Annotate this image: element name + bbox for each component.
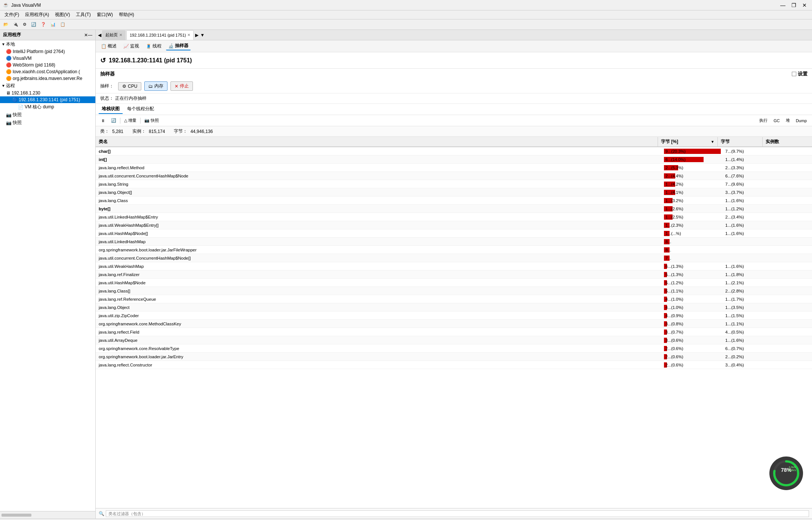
tab-item[interactable]: 192.168.1.230:1141 (pid 1751)✕ xyxy=(126,30,194,40)
table-row[interactable]: java.lang.Object[] 1...(4.1%) 3...(3.7%) xyxy=(96,188,812,196)
table-row[interactable]: java.util.concurrent.ConcurrentHashMap$N… xyxy=(96,254,812,262)
sidebar-close-btn[interactable]: ✕ xyxy=(84,32,88,38)
table-row[interactable]: org.springframework.core.ResolvableType … xyxy=(96,344,812,353)
delta-btn[interactable]: △ 增量 xyxy=(122,117,139,124)
close-button[interactable]: ✕ xyxy=(800,1,809,9)
td-bytes: 2...(2.8%) xyxy=(722,288,767,294)
menu-item-T[interactable]: 工具(T) xyxy=(73,11,93,19)
action-right-btn-Dump[interactable]: Dump xyxy=(794,117,809,124)
tab-close-btn[interactable]: ✕ xyxy=(187,33,190,37)
table-row[interactable]: java.util.concurrent.ConcurrentHashMap$N… xyxy=(96,172,812,180)
minimize-button[interactable]: — xyxy=(778,1,788,9)
toolbar-btn-1[interactable]: 📂 xyxy=(1,21,10,28)
tree-item[interactable]: 🔴IntelliJ Platform (pid 2764) xyxy=(0,48,95,55)
toolbar-btn-2[interactable]: 🔌 xyxy=(11,21,20,28)
toolbar-btn-6[interactable]: 📊 xyxy=(49,21,58,28)
filter-input[interactable] xyxy=(106,510,809,517)
menu-item-F[interactable]: 文件(F) xyxy=(1,11,22,19)
stop-btn[interactable]: ✕ 停止 xyxy=(170,81,193,91)
table-row[interactable]: java.lang.Class 1...(3.2%) 1...(1.6%) xyxy=(96,196,812,205)
table-row[interactable]: java.util.LinkedHashMap$Entry 1...(2.5%)… xyxy=(96,213,812,221)
tree-item[interactable]: 📷快照 xyxy=(0,111,95,119)
bytes-pct-text: 2...(5.3%) xyxy=(664,165,683,170)
toolbar-btn-5[interactable]: ❓ xyxy=(39,21,48,28)
table-row[interactable]: java.util.WeakHashMap$Entry[] 1...(2.3%)… xyxy=(96,221,812,229)
refresh-btn[interactable]: 🔄 xyxy=(109,117,119,124)
menu-item-H[interactable]: 帮助(H) xyxy=(116,11,137,19)
pause-btn[interactable]: ⏸ xyxy=(99,118,107,124)
tab-close-btn[interactable]: ✕ xyxy=(119,33,122,37)
table-row[interactable]: java.lang.reflect.Constructor 2...(0.6%)… xyxy=(96,361,812,369)
table-row[interactable]: java.lang.Class[] 5...(1.1%) 2...(2.8%) xyxy=(96,287,812,295)
table-row[interactable]: org.springframework.boot.loader.jar.JarE… xyxy=(96,353,812,361)
action-right-btn-GC[interactable]: GC xyxy=(771,117,782,124)
table-row[interactable]: java.lang.reflect.Method 2...(5.3%) 2...… xyxy=(96,164,812,172)
cpu-btn[interactable]: ⚙ CPU xyxy=(118,82,141,90)
td-instances xyxy=(767,331,812,333)
table-row[interactable]: java.lang.reflect.Field 3...(0.7%) 4...(… xyxy=(96,328,812,336)
toolbar-btn-7[interactable]: 📋 xyxy=(58,21,67,28)
monitor-btn[interactable]: 📈 监视 xyxy=(121,42,141,50)
table-row[interactable]: org.springframework.boot.loader.jar.JarF… xyxy=(96,246,812,254)
expand-icon: ▼ xyxy=(1,84,5,88)
toolbar-btn-4[interactable]: 🔄 xyxy=(29,21,38,28)
tab-nav-right[interactable]: ▶ xyxy=(194,32,199,38)
table-row[interactable]: java.util.LinkedHashMap 8... xyxy=(96,238,812,246)
table-row[interactable]: java.lang.Object 4...(1.0%) 1...(3.5%) xyxy=(96,303,812,312)
tree-icon: 🔵 xyxy=(6,56,12,61)
per-thread-tab[interactable]: 每个线程分配 xyxy=(124,105,157,114)
menu-item-V[interactable]: 视图(V) xyxy=(52,11,73,19)
memory-btn[interactable]: 🗂 内存 xyxy=(144,81,167,91)
tree-item[interactable]: 🟠love.xiaohh.cost.CostApplication ( xyxy=(0,68,95,75)
toolbar-btn-3[interactable]: ⚙ xyxy=(21,21,28,28)
tab-item[interactable]: 起始页✕ xyxy=(102,30,126,40)
table-row[interactable]: java.util.WeakHashMap 6...(1.3%) 1...(1.… xyxy=(96,262,812,270)
sampler-btn[interactable]: 🔬 抽样器 xyxy=(166,42,191,50)
table-row[interactable]: java.util.HashMap$Node[] 1...(...%) 1...… xyxy=(96,229,812,238)
table-row[interactable]: java.lang.ref.Finalizer 5...(1.3%) 1...(… xyxy=(96,270,812,279)
table-row[interactable]: int[] 6...(14.0%) 1...(1.4%) xyxy=(96,155,812,164)
bytes-pct-text: 5...(1.1%) xyxy=(664,289,683,293)
menu-item-A[interactable]: 应用程序(A) xyxy=(22,11,52,19)
td-bytes-pct: 2...(0.6%) xyxy=(662,353,722,360)
bytes-pct-text: 3...(0.7%) xyxy=(664,330,683,334)
table-row[interactable]: byte[] 1...(2.6%) 1...(1.2%) xyxy=(96,205,812,213)
table-row[interactable]: org.springframework.core.MethodClassKey … xyxy=(96,320,812,328)
overview-btn[interactable]: 📋 概述 xyxy=(99,42,119,50)
menu-item-W[interactable]: 窗口(W) xyxy=(94,11,116,19)
tab-nav-down[interactable]: ▼ xyxy=(199,32,205,38)
td-instances xyxy=(767,282,812,284)
heap-histogram-tab[interactable]: 堆栈状图 xyxy=(99,105,123,114)
td-bytes-pct: 4...(0.9%) xyxy=(662,312,722,319)
table-row[interactable]: java.util.ArrayDeque 3...(0.6%) 1...(1.6… xyxy=(96,336,812,344)
tree-item[interactable]: 🟠org.jetbrains.idea.maven.server.Re xyxy=(0,75,95,82)
sampler-icon: 🔬 xyxy=(168,43,174,49)
td-bytes-pct: 2...(0.6%) xyxy=(662,345,722,352)
action-right-btn-堆[interactable]: 堆 xyxy=(784,117,792,124)
settings-checkbox[interactable] xyxy=(792,72,796,76)
tab-nav-left[interactable]: ◀ xyxy=(97,32,102,38)
table-row[interactable]: java.util.zip.ZipCoder 4...(0.9%) 1...(1… xyxy=(96,312,812,320)
threads-btn[interactable]: 🧵 线程 xyxy=(144,42,164,50)
sidebar-scrollbar[interactable] xyxy=(1,514,31,517)
sidebar-minimize-btn[interactable]: — xyxy=(88,32,92,38)
table-row[interactable]: java.lang.String 1...(4.2%) 7...(9.6%) xyxy=(96,180,812,188)
tree-item[interactable]: 🔵VisualVM xyxy=(0,55,95,62)
tree-item[interactable]: 🔵192.168.1.230:1141 (pid 1751) xyxy=(0,96,95,103)
action-right-btn-执行[interactable]: 执行 xyxy=(757,117,770,124)
table-row[interactable]: java.lang.ref.ReferenceQueue 4...(1.0%) … xyxy=(96,295,812,303)
maximize-button[interactable]: ❐ xyxy=(789,1,799,9)
th-bytes-pct: 字节 [%] ▼ xyxy=(658,137,718,146)
table-row[interactable]: char[] 9...(20.3%) 7...(9.7%) xyxy=(96,147,812,155)
tree-item[interactable]: 📄VM 核心 dump xyxy=(0,103,95,111)
tree-local-header[interactable]: ▼本地 xyxy=(0,40,95,48)
snapshot-btn[interactable]: 📷 快照 xyxy=(142,117,161,124)
tree-label: 192.168.1.230 xyxy=(12,90,40,96)
table-row[interactable]: java.util.HashMap$Node 5...(1.2%) 1...(2… xyxy=(96,279,812,287)
tree-item[interactable]: 🔴WebStorm (pid 1168) xyxy=(0,62,95,68)
tree-snapshot[interactable]: 📷快照 xyxy=(0,119,95,127)
tree-remote-header[interactable]: ▼远程 xyxy=(0,82,95,90)
snapshot-label: 快照 xyxy=(13,120,22,126)
tree-item[interactable]: 🖥192.168.1.230 xyxy=(0,90,95,96)
td-class: char[] xyxy=(96,148,662,154)
